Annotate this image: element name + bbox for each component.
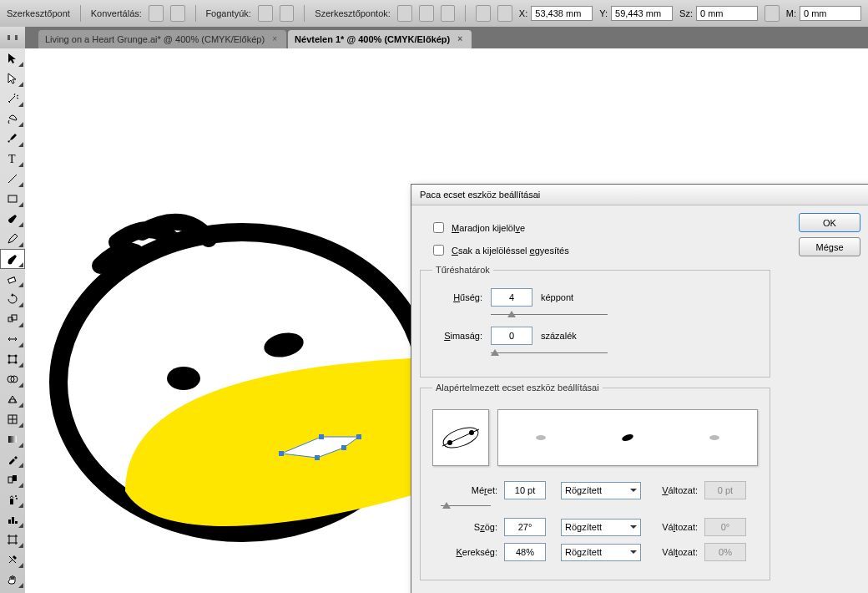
svg-point-41 — [536, 435, 546, 440]
free-transform-tool[interactable] — [0, 349, 25, 369]
pen-tool[interactable] — [0, 129, 25, 149]
roundness-mode-combo[interactable]: Rögzített — [561, 544, 641, 561]
line-tool[interactable] — [0, 169, 25, 189]
convert-label: Konvertálás: — [91, 8, 142, 18]
slice-tool[interactable] — [0, 550, 25, 570]
svg-rect-31 — [319, 434, 324, 439]
roundness-variation-input — [704, 543, 746, 561]
document-tabstrip: Living on a Heart Grunge.ai* @ 400% (CMY… — [25, 27, 868, 48]
cancel-button[interactable]: Mégse — [799, 237, 860, 256]
svg-rect-7 — [9, 356, 16, 362]
svg-rect-34 — [315, 455, 320, 460]
blob-brush-options-dialog: Paca ecset eszköz beállításai OK Mégse M… — [411, 184, 868, 593]
tolerance-legend: Tűréshatárok — [432, 265, 493, 275]
type-tool[interactable]: T — [0, 149, 25, 169]
mesh-tool[interactable] — [0, 409, 25, 429]
pencil-tool[interactable] — [0, 229, 25, 249]
width-tool[interactable] — [0, 329, 25, 349]
svg-line-1 — [8, 175, 17, 183]
svg-point-40 — [469, 430, 474, 435]
svg-rect-2 — [8, 195, 17, 202]
remove-anchor-icon[interactable] — [397, 5, 412, 22]
merge-only-checkbox[interactable]: Csak a kijelöléssel egyesítés — [430, 242, 850, 258]
svg-text:T: T — [8, 153, 16, 165]
svg-point-11 — [15, 362, 18, 364]
size-variation-input — [704, 481, 746, 499]
svg-point-9 — [15, 355, 18, 357]
svg-point-43 — [709, 435, 719, 440]
tab-label: Living on a Heart Grunge.ai* @ 400% (CMY… — [45, 34, 265, 44]
svg-point-10 — [8, 362, 11, 364]
reference-point-icon[interactable] — [476, 5, 491, 22]
svg-marker-36 — [491, 349, 499, 356]
tab-active[interactable]: Névtelen 1* @ 400% (CMYK/Előkép) × — [288, 30, 472, 48]
show-handles-icon[interactable] — [258, 5, 273, 22]
w-input[interactable] — [696, 6, 758, 21]
handles-label: Fogantyúk: — [205, 8, 250, 18]
smoothness-input[interactable] — [491, 327, 532, 345]
chevron-down-icon — [630, 525, 637, 532]
tolerance-group: Tűréshatárok Hűség: képpont Simaság: szá… — [420, 265, 770, 378]
svg-rect-18 — [10, 499, 13, 504]
paintbrush-tool[interactable] — [0, 209, 25, 229]
fidelity-slider[interactable] — [491, 312, 608, 318]
symbol-sprayer-tool[interactable] — [0, 489, 25, 509]
svg-rect-21 — [8, 520, 11, 524]
anchor-point-label: Szerkesztőpont — [7, 8, 70, 18]
chevron-down-icon — [630, 550, 637, 557]
svg-rect-17 — [13, 475, 17, 481]
angle-variation-input — [704, 518, 746, 536]
defaults-group: Alapértelmezett ecset eszköz beállításai — [420, 383, 770, 580]
angle-mode-combo[interactable]: Rögzített — [561, 519, 641, 536]
zoom-tool[interactable] — [0, 590, 25, 593]
gradient-tool[interactable] — [0, 429, 25, 449]
x-field: X: — [519, 6, 593, 21]
column-graph-tool[interactable] — [0, 509, 25, 530]
svg-point-8 — [8, 355, 11, 357]
svg-rect-32 — [356, 434, 361, 439]
rotate-tool[interactable] — [0, 289, 25, 309]
angle-input[interactable] — [504, 518, 546, 536]
x-input[interactable] — [531, 6, 593, 21]
keep-selected-checkbox[interactable]: Maradjon kijelölve — [430, 220, 850, 236]
blob-brush-tool[interactable] — [0, 249, 25, 269]
y-input[interactable] — [611, 6, 673, 21]
convert-smooth-icon[interactable] — [170, 5, 185, 22]
tab-inactive[interactable]: Living on a Heart Grunge.ai* @ 400% (CMY… — [38, 30, 286, 48]
svg-marker-35 — [507, 311, 516, 317]
perspective-tool[interactable] — [0, 389, 25, 409]
direct-selection-tool[interactable] — [0, 68, 25, 89]
join-anchor-icon[interactable] — [419, 5, 434, 22]
selection-tool[interactable] — [0, 48, 25, 68]
eraser-tool[interactable] — [0, 269, 25, 289]
roundness-input[interactable] — [504, 543, 546, 561]
size-input[interactable] — [504, 481, 546, 499]
shape-builder-tool[interactable] — [0, 369, 25, 389]
size-mode-combo[interactable]: Rögzített — [561, 482, 641, 499]
svg-point-20 — [16, 498, 18, 499]
rectangle-tool[interactable] — [0, 189, 25, 209]
hide-handles-icon[interactable] — [280, 5, 295, 22]
artboard-tool[interactable] — [0, 530, 25, 550]
w-field: Sz: — [679, 6, 758, 21]
cut-anchor-icon[interactable] — [441, 5, 456, 22]
close-icon[interactable]: × — [270, 34, 280, 44]
close-icon[interactable]: × — [455, 34, 465, 44]
h-input[interactable] — [800, 6, 861, 21]
hand-tool[interactable] — [0, 570, 25, 590]
fidelity-input[interactable] — [491, 288, 532, 307]
tools-panel: T — [0, 48, 26, 593]
eyedropper-tool[interactable] — [0, 449, 25, 469]
convert-corner-icon[interactable] — [149, 5, 164, 22]
lasso-tool[interactable] — [0, 109, 25, 129]
svg-point-39 — [447, 440, 452, 445]
smoothness-slider[interactable] — [491, 350, 608, 357]
size-slider[interactable] — [441, 503, 491, 509]
scale-tool[interactable] — [0, 309, 25, 329]
constrain-proportions-icon[interactable] — [765, 5, 780, 22]
align-pixel-icon[interactable] — [497, 5, 512, 22]
magic-wand-tool[interactable] — [0, 89, 25, 109]
panel-grip-icon[interactable] — [0, 27, 26, 48]
ok-button[interactable]: OK — [799, 213, 860, 232]
blend-tool[interactable] — [0, 469, 25, 489]
